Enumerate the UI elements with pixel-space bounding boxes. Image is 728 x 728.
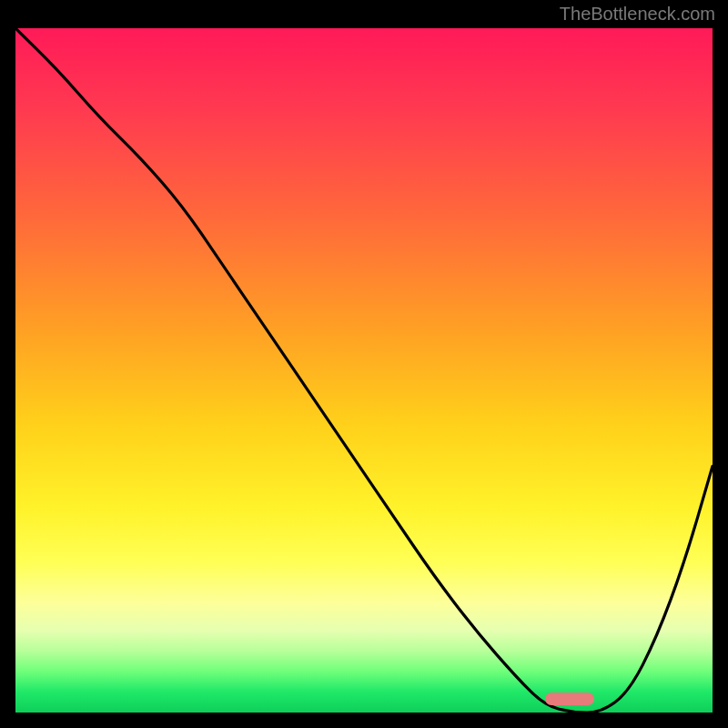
curve-path bbox=[15, 28, 713, 713]
optimal-range-marker bbox=[545, 693, 594, 705]
watermark-text: TheBottleneck.com bbox=[560, 4, 715, 25]
chart-frame bbox=[13, 25, 715, 715]
bottleneck-curve bbox=[15, 28, 713, 713]
